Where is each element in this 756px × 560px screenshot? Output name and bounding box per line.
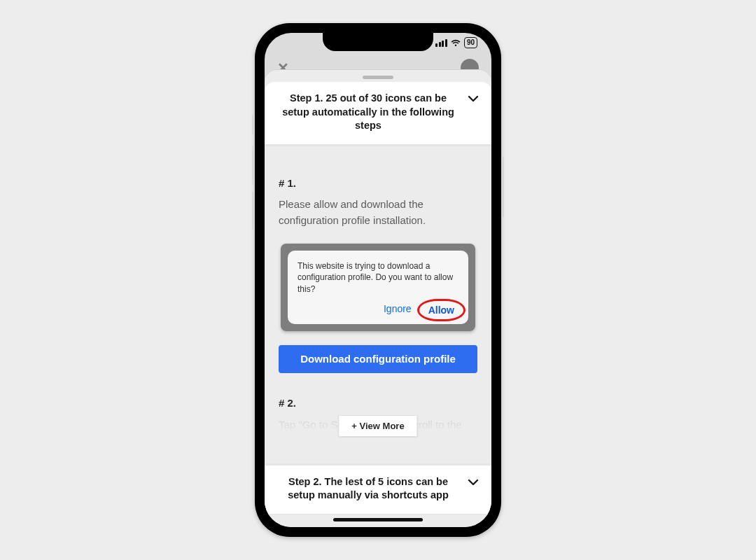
step-1-title: Step 1. 25 out of 30 icons can be setup … xyxy=(277,92,459,133)
bottom-sheet: Step 1. 25 out of 30 icons can be setup … xyxy=(265,69,491,527)
step-1-header[interactable]: Step 1. 25 out of 30 icons can be setup … xyxy=(265,82,491,145)
permission-popup-message: This website is trying to download a con… xyxy=(298,260,458,295)
sheet-grabber[interactable] xyxy=(363,76,393,79)
home-indicator[interactable] xyxy=(333,518,423,522)
permission-popup-mock: This website is trying to download a con… xyxy=(281,244,475,331)
step-2-title: Step 2. The lest of 5 icons can be setup… xyxy=(277,475,459,503)
mute-switch xyxy=(252,114,255,135)
step-2-anchor: Step 2. The lest of 5 icons can be setup… xyxy=(265,465,491,514)
section-2-label: # 2. xyxy=(279,397,477,409)
permission-popup-actions: Ignore Allow xyxy=(298,303,458,317)
section-1-label: # 1. xyxy=(279,177,477,189)
wifi-icon xyxy=(451,39,461,47)
phone-frame: 90 ✕ Step 1. 25 out of 30 icons can be s… xyxy=(255,23,501,537)
volume-down-button xyxy=(252,191,255,230)
section-1-text: Please allow and download the configurat… xyxy=(279,196,477,229)
phone-screen: 90 ✕ Step 1. 25 out of 30 icons can be s… xyxy=(265,33,491,527)
allow-button: Allow xyxy=(424,303,458,317)
battery-indicator: 90 xyxy=(464,37,477,48)
chevron-down-icon xyxy=(468,93,479,104)
chevron-down-icon xyxy=(468,477,479,488)
notch xyxy=(323,33,433,51)
section-2-wrap: # 2. Tap "Go to Settings" below, scroll … xyxy=(279,397,477,451)
ignore-button: Ignore xyxy=(384,303,412,317)
cellular-signal-icon xyxy=(435,39,447,47)
power-button xyxy=(501,156,504,218)
download-profile-button[interactable]: Download configuration profile xyxy=(279,345,477,373)
battery-level: 90 xyxy=(467,39,475,46)
view-more-button[interactable]: + View More xyxy=(338,415,417,437)
status-bar: 90 xyxy=(435,37,477,48)
step-2-header[interactable]: Step 2. The lest of 5 icons can be setup… xyxy=(265,465,491,514)
permission-popup-inner: This website is trying to download a con… xyxy=(288,251,468,324)
step-1-body: # 1. Please allow and download the confi… xyxy=(265,145,491,451)
highlight-ring xyxy=(417,299,465,321)
stage: 90 ✕ Step 1. 25 out of 30 icons can be s… xyxy=(0,0,756,560)
volume-up-button xyxy=(252,146,255,185)
